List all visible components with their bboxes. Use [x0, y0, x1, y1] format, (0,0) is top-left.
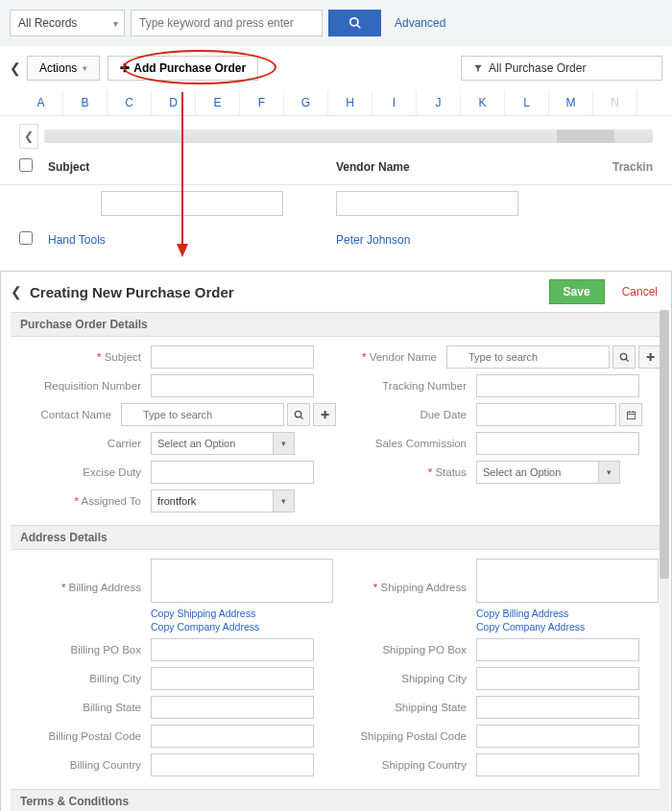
form-scrollbar-thumb[interactable] [660, 310, 669, 579]
label-carrier: Carrier [11, 438, 151, 449]
back-chevron[interactable]: ❮ [10, 60, 19, 76]
duedate-calendar-button[interactable] [619, 403, 642, 426]
select-all-checkbox[interactable] [19, 158, 33, 172]
billing-city-input[interactable] [151, 667, 314, 690]
shipping-state-input[interactable] [476, 696, 639, 719]
view-filter-dropdown[interactable]: All Purchase Order [461, 56, 662, 81]
alpha-h[interactable]: H [328, 90, 372, 115]
copy-company-addr-link[interactable]: Copy Company Address [151, 621, 259, 632]
status-select[interactable]: Select an Option [476, 461, 599, 484]
billing-postal-input[interactable] [151, 725, 314, 748]
shipping-postal-input[interactable] [476, 725, 639, 748]
alphabet-filter: A B C D E F G H I J K L M N [0, 90, 672, 116]
shipping-country-input[interactable] [476, 753, 639, 776]
form-title: Creating New Purchase Order [30, 284, 234, 300]
excise-input[interactable] [151, 461, 314, 484]
carrier-select-toggle[interactable]: ▾ [274, 432, 295, 455]
tracking-input[interactable] [476, 374, 639, 397]
label-reqno: Requisition Number [11, 380, 151, 392]
svg-point-8 [295, 411, 300, 417]
billing-po-input[interactable] [151, 638, 314, 661]
col-vendor: Vendor Name [336, 160, 595, 174]
list-header: Subject Vendor Name Trackin [0, 149, 672, 185]
contact-add-button[interactable]: ✚ [313, 403, 336, 426]
form-back-chevron[interactable]: ❮ [11, 284, 22, 299]
plus-icon: ✚ [120, 61, 130, 75]
label-commission: Sales Commission [336, 438, 476, 449]
alpha-f[interactable]: F [240, 90, 284, 115]
label-tracking: Tracking Number [336, 380, 476, 392]
row-subject-link[interactable]: Hand Tools [48, 233, 106, 247]
vendor-add-button[interactable]: ✚ [638, 346, 661, 369]
alpha-m[interactable]: M [549, 90, 593, 115]
copy-shipping-addr-link[interactable]: Copy Shipping Address [151, 608, 259, 619]
alpha-d[interactable]: D [152, 90, 196, 115]
contact-search-button[interactable] [287, 403, 310, 426]
list-filter-row [0, 185, 672, 222]
label-billing-addr: Billing Address [61, 582, 141, 593]
search-input[interactable] [131, 10, 323, 36]
advanced-search-link[interactable]: Advanced [395, 16, 445, 30]
shipping-city-input[interactable] [476, 667, 639, 690]
scrollbar-thumb[interactable] [557, 130, 614, 143]
filter-vendor-input[interactable] [336, 191, 518, 216]
svg-rect-10 [627, 412, 635, 418]
status-select-toggle[interactable]: ▾ [599, 461, 620, 484]
vendor-search-button[interactable] [612, 346, 636, 369]
alpha-n[interactable]: N [593, 90, 637, 115]
alpha-k[interactable]: K [461, 90, 505, 115]
alpha-j[interactable]: J [417, 90, 461, 115]
alpha-a[interactable]: A [19, 90, 63, 115]
alpha-c[interactable]: C [108, 90, 152, 115]
filter-subject-input[interactable] [101, 191, 283, 216]
search-button[interactable] [328, 10, 381, 36]
horizontal-scroll-strip: ❮ [19, 124, 653, 149]
form-scrollbar[interactable] [660, 310, 669, 811]
add-purchase-order-button[interactable]: ✚ Add Purchase Order [108, 56, 258, 81]
carrier-select[interactable]: Select an Option [151, 432, 274, 455]
billing-country-input[interactable] [151, 753, 314, 776]
label-b-po: Billing PO Box [11, 644, 151, 656]
col-subject: Subject [48, 160, 336, 174]
label-shipping-addr: Shipping Address [373, 582, 467, 593]
label-b-state: Billing State [11, 702, 151, 713]
label-b-postal: Billing Postal Code [11, 730, 151, 742]
alpha-g[interactable]: G [284, 90, 328, 115]
alpha-e[interactable]: E [196, 90, 240, 115]
vendor-lookup-input[interactable] [446, 346, 610, 369]
commission-input[interactable] [476, 432, 639, 455]
scrollbar-track[interactable] [44, 130, 653, 143]
reqno-input[interactable] [151, 374, 314, 397]
label-status: Status [428, 466, 467, 478]
section-po-details: Purchase Order Details [11, 312, 661, 337]
shipping-address-textarea[interactable] [476, 559, 659, 603]
contact-lookup-input[interactable] [121, 403, 284, 426]
form-header: ❮ Creating New Purchase Order Save Cance… [1, 272, 671, 308]
save-button[interactable]: Save [549, 279, 605, 304]
subject-input[interactable] [151, 346, 314, 369]
row-checkbox[interactable] [19, 231, 33, 245]
alpha-i[interactable]: I [372, 90, 417, 115]
alpha-b[interactable]: B [63, 90, 108, 115]
duedate-input[interactable] [476, 403, 616, 426]
scroll-left-button[interactable]: ❮ [19, 124, 38, 149]
alpha-l[interactable]: L [505, 90, 549, 115]
actions-dropdown[interactable]: Actions [27, 56, 100, 81]
assigned-select[interactable]: frontfork [151, 489, 274, 513]
svg-point-5 [620, 353, 626, 359]
actions-label: Actions [39, 61, 77, 75]
shipping-po-input[interactable] [476, 638, 639, 661]
assigned-select-toggle[interactable]: ▾ [274, 489, 295, 513]
label-assigned: Assigned To [75, 495, 142, 507]
records-filter-dropdown[interactable]: All Records [10, 10, 125, 36]
cancel-link[interactable]: Cancel [622, 285, 658, 298]
copy-billing-addr-link[interactable]: Copy Billing Address [476, 608, 585, 619]
label-s-country: Shipping Country [336, 759, 476, 771]
billing-address-textarea[interactable] [151, 559, 333, 603]
svg-point-0 [349, 18, 357, 26]
actions-bar: ❮ Actions ✚ Add Purchase Order All Purch… [0, 46, 672, 90]
row-vendor-link[interactable]: Peter Johnson [336, 233, 410, 247]
copy-company-addr-link-2[interactable]: Copy Company Address [476, 621, 585, 632]
billing-state-input[interactable] [151, 696, 314, 719]
filter-label: All Purchase Order [489, 61, 586, 75]
